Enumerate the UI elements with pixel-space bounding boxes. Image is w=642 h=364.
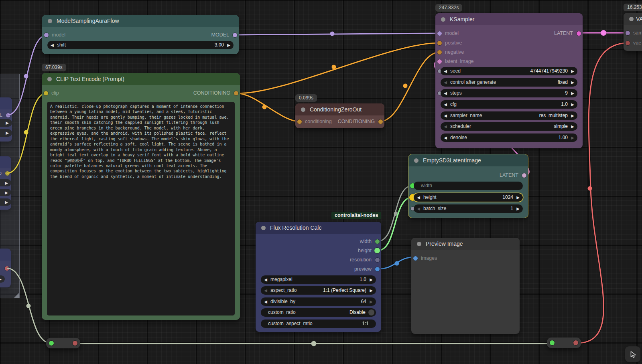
- widget-decrement-arrow[interactable]: ◀: [261, 288, 270, 293]
- widget-decrement-arrow[interactable]: ◀: [441, 135, 450, 140]
- widget-scheduler[interactable]: ◀schedulersimple▶: [441, 122, 577, 131]
- cursor-mode-button[interactable]: [625, 346, 640, 362]
- node-va[interactable]: VA16.253samvae: [624, 13, 642, 51]
- node-graph-canvas[interactable]: L▶▶o▶▶▶▶ ModelSamplingAuraFlowmodelMODEL…: [0, 0, 642, 364]
- widget-decrement-arrow[interactable]: ◀: [261, 277, 270, 282]
- slot-positive-in[interactable]: [437, 41, 442, 45]
- slot-label: clip: [51, 90, 59, 96]
- widget-custom-aspect-ratio[interactable]: custom_aspect_ratio1:1: [261, 320, 376, 328]
- widget-increment-arrow[interactable]: ▶: [568, 102, 577, 107]
- widget-label: cfg: [450, 101, 457, 107]
- collapse-dot[interactable]: [47, 77, 52, 81]
- node-clip-text-encode-prompt[interactable]: CLIP Text Encode (Prompt)67.039sclipCOND…: [42, 73, 240, 320]
- node-title-bar[interactable]: CLIP Text Encode (Prompt): [42, 73, 240, 85]
- node-title-bar[interactable]: Preview Image: [411, 238, 520, 250]
- widget-decrement-arrow[interactable]: ◀: [47, 43, 57, 47]
- node-flux-resolution-calc[interactable]: Flux Resolution Calcwidthheightresolutio…: [256, 222, 381, 332]
- widget-decrement-arrow[interactable]: ◀: [441, 91, 450, 95]
- collapse-dot[interactable]: [261, 226, 266, 230]
- slot-clip-in[interactable]: [44, 91, 48, 95]
- widget-increment-arrow[interactable]: ▶: [568, 124, 577, 129]
- widget-divisible-by[interactable]: ◀divisible_by64▶: [261, 297, 376, 306]
- widget-aspect-ratio[interactable]: ◀aspect_ratio1:1 (Perfect Square)▶: [261, 286, 376, 295]
- widget-denoise[interactable]: ◀denoise1.00▶: [441, 133, 577, 142]
- node-title-bar[interactable]: VA: [624, 13, 642, 25]
- collapse-dot[interactable]: [629, 17, 634, 21]
- node-conditioningzeroout[interactable]: ConditioningZeroOut0.099sconditioningCON…: [295, 103, 384, 128]
- node-title-bar[interactable]: ModelSamplingAuraFlow: [42, 15, 239, 27]
- slot-conditioning-in[interactable]: [297, 119, 302, 124]
- slot-latent-out[interactable]: [522, 173, 526, 178]
- widget-width[interactable]: width: [414, 182, 523, 190]
- widget-cfg[interactable]: ◀cfg1.0▶: [441, 100, 577, 109]
- collapse-dot[interactable]: [414, 158, 419, 163]
- slot-vae-in[interactable]: [626, 41, 630, 45]
- slot-label: resolution: [350, 257, 372, 263]
- widget-steps[interactable]: ◀steps9▶: [441, 89, 577, 97]
- widget-increment-arrow[interactable]: ▶: [568, 80, 577, 85]
- widget-increment-arrow[interactable]: ▶: [366, 277, 376, 282]
- node-ksampler[interactable]: KSampler247.832smodelpositivenegativelat…: [435, 13, 583, 148]
- reroute-in-dot[interactable]: [550, 340, 555, 345]
- widget-increment-arrow[interactable]: ▶: [366, 299, 376, 304]
- slot-images-in[interactable]: [413, 256, 418, 261]
- node-modelsamplingauraflow[interactable]: ModelSamplingAuraFlowmodelMODEL◀shift3.0…: [42, 15, 239, 54]
- widget-decrement-arrow[interactable]: ◀: [441, 69, 450, 73]
- collapse-dot[interactable]: [301, 107, 305, 112]
- widget-decrement-arrow[interactable]: ◀: [414, 195, 423, 200]
- widget-increment-arrow[interactable]: ▶: [366, 288, 376, 293]
- slot-model-out[interactable]: [233, 33, 237, 37]
- node-title: KSampler: [450, 13, 474, 25]
- slot-height-out[interactable]: [374, 248, 380, 253]
- widget-decrement-arrow[interactable]: ◀: [261, 299, 270, 304]
- widget-decrement-arrow[interactable]: ◀: [414, 206, 423, 211]
- node-preview-image[interactable]: Preview Imageimages: [411, 238, 520, 334]
- widget-decrement-arrow[interactable]: ◀: [441, 80, 450, 85]
- widget-shift[interactable]: ◀shift3.00▶: [47, 41, 234, 49]
- slot-preview-out[interactable]: [375, 267, 380, 271]
- widget-increment-arrow[interactable]: ▶: [568, 135, 577, 140]
- widget-increment-arrow[interactable]: ▶: [568, 69, 577, 73]
- widget-decrement-arrow[interactable]: ◀: [441, 113, 450, 118]
- widget-increment-arrow[interactable]: ▶: [568, 113, 577, 118]
- reroute-out-dot[interactable]: [573, 340, 578, 345]
- slot-conditioning-out[interactable]: [234, 91, 238, 95]
- widget-increment-arrow[interactable]: ▶: [224, 43, 234, 47]
- widget-sampler-name[interactable]: ◀sampler_nameres_multistep▶: [441, 111, 577, 120]
- widget-megapixel[interactable]: ◀megapixel1.0▶: [261, 275, 376, 284]
- slot-width-out[interactable]: [375, 239, 380, 244]
- reroute-node[interactable]: [547, 338, 581, 348]
- node-title-bar[interactable]: EmptySD3LatentImage: [408, 154, 528, 166]
- widget-increment-arrow[interactable]: ▶: [568, 91, 577, 95]
- reroute-in-dot[interactable]: [49, 341, 54, 346]
- slot-negative-in[interactable]: [437, 50, 442, 55]
- reroute-node[interactable]: [46, 338, 80, 348]
- widget-control-after-generate[interactable]: ◀control after generatefixed▶: [441, 78, 577, 87]
- collapse-dot[interactable]: [417, 242, 421, 246]
- slot-model-in[interactable]: [437, 31, 442, 36]
- node-title-bar[interactable]: Flux Resolution Calc: [256, 222, 381, 234]
- collapse-dot[interactable]: [48, 19, 52, 23]
- widget-custom-ratio[interactable]: custom_ratioDisable: [261, 308, 376, 317]
- reroute-out-dot[interactable]: [73, 341, 77, 346]
- widget-increment-arrow[interactable]: ▶: [513, 206, 523, 211]
- widget-decrement-arrow[interactable]: ◀: [441, 102, 450, 107]
- node-title-bar[interactable]: ConditioningZeroOut: [295, 103, 384, 115]
- collapse-dot[interactable]: [441, 17, 445, 22]
- slot-latent-image-in[interactable]: [437, 59, 442, 64]
- slot-resolution-out[interactable]: [375, 258, 380, 262]
- slot-model-in[interactable]: [44, 33, 49, 37]
- slot-sam-in[interactable]: [626, 31, 630, 35]
- slot-latent-out[interactable]: [577, 31, 581, 36]
- prompt-text-widget[interactable]: A realistic, close-up photograph capture…: [47, 102, 235, 315]
- widget-height[interactable]: ◀height1024▶: [414, 193, 523, 202]
- node-emptysd3latentimage[interactable]: EmptySD3LatentImageLATENTwidth◀height102…: [408, 154, 528, 218]
- toggle-knob[interactable]: [368, 309, 374, 315]
- widget-batch-size[interactable]: ◀batch_size1▶: [414, 204, 523, 213]
- node-title-bar[interactable]: KSampler: [435, 13, 583, 25]
- slot-conditioning-out[interactable]: [378, 119, 383, 124]
- group-title-badge: controlaltai-nodes: [331, 212, 381, 219]
- widget-increment-arrow[interactable]: ▶: [513, 195, 523, 200]
- widget-decrement-arrow[interactable]: ◀: [441, 124, 450, 129]
- widget-seed[interactable]: ◀seed47447417949230▶: [441, 67, 577, 75]
